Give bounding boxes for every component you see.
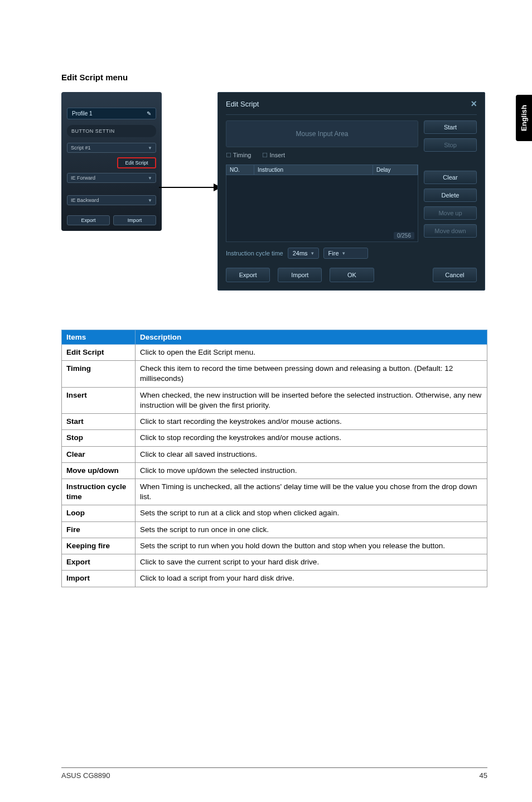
ok-button[interactable]: OK bbox=[330, 268, 374, 282]
script-selector[interactable]: Script #1 ▼ bbox=[67, 143, 156, 153]
panel-export-button[interactable]: Export bbox=[67, 215, 110, 225]
table-row: ImportClick to load a script from your h… bbox=[62, 571, 487, 587]
desc-cell: Click to open the Edit Script menu. bbox=[136, 345, 487, 361]
dialog-export-button[interactable]: Export bbox=[226, 268, 270, 282]
panel-import-button[interactable]: Import bbox=[113, 215, 156, 225]
desc-cell: When Timing is unchecked, all the action… bbox=[136, 479, 487, 505]
section-heading: Edit Script menu bbox=[61, 73, 487, 82]
table-row: ClearClick to clear all saved instructio… bbox=[62, 446, 487, 462]
col-instruction-header: Instruction bbox=[254, 165, 373, 175]
edit-script-dialog: Edit Script × Mouse Input Area Timing In… bbox=[217, 92, 485, 291]
callout-arrow bbox=[159, 187, 220, 188]
th-items: Items bbox=[62, 330, 136, 345]
item-cell: Import bbox=[62, 571, 136, 587]
table-row: StopClick to stop recording the keystrok… bbox=[62, 430, 487, 446]
profile-label: Profile 1 bbox=[72, 110, 93, 117]
move-down-button[interactable]: Move down bbox=[424, 224, 477, 238]
insert-checkbox[interactable]: Insert bbox=[262, 152, 285, 159]
cycle-time-dropdown[interactable]: 24ms bbox=[288, 248, 319, 259]
script-selector-label: Script #1 bbox=[71, 145, 91, 151]
footer-model: ASUS CG8890 bbox=[61, 771, 110, 780]
desc-cell: Sets the script to run when you hold dow… bbox=[136, 538, 487, 554]
fire-mode-dropdown[interactable]: Fire bbox=[323, 248, 368, 259]
instruction-list-header: NO. Instruction Delay bbox=[226, 165, 418, 175]
cycle-time-label: Instruction cycle time bbox=[226, 250, 283, 257]
item-cell: Loop bbox=[62, 505, 136, 521]
start-button[interactable]: Start bbox=[424, 120, 477, 134]
edit-icon[interactable]: ✎ bbox=[147, 110, 151, 117]
button-settings-header: BUTTON SETTIN bbox=[67, 125, 156, 137]
desc-cell: Check this item to record the time betwe… bbox=[136, 361, 487, 387]
ie-backward-label: IE Backward bbox=[71, 197, 99, 203]
th-description: Description bbox=[136, 330, 487, 345]
timing-checkbox[interactable]: Timing bbox=[226, 152, 251, 159]
desc-cell: When checked, the new instruction will b… bbox=[136, 387, 487, 413]
item-cell: Stop bbox=[62, 430, 136, 446]
edit-script-button[interactable]: Edit Script bbox=[117, 157, 156, 168]
item-cell: Start bbox=[62, 414, 136, 430]
close-icon[interactable]: × bbox=[471, 98, 477, 110]
mouse-input-area[interactable]: Mouse Input Area bbox=[226, 120, 418, 147]
table-row: InsertWhen checked, the new instruction … bbox=[62, 387, 487, 413]
footer-page-number: 45 bbox=[480, 771, 487, 780]
col-no-header: NO. bbox=[226, 165, 254, 175]
stop-button[interactable]: Stop bbox=[424, 138, 477, 152]
move-up-button[interactable]: Move up bbox=[424, 206, 477, 220]
table-row: Edit ScriptClick to open the Edit Script… bbox=[62, 345, 487, 361]
instruction-counter: 0/256 bbox=[394, 232, 414, 239]
desc-cell: Click to stop recording the keystrokes a… bbox=[136, 430, 487, 446]
clear-button[interactable]: Clear bbox=[424, 171, 477, 184]
desc-cell: Click to save the current script to your… bbox=[136, 554, 487, 571]
page-footer: ASUS CG8890 45 bbox=[61, 767, 487, 780]
item-cell: Export bbox=[62, 554, 136, 571]
table-row: ExportClick to save the current script t… bbox=[62, 554, 487, 571]
item-cell: Timing bbox=[62, 361, 136, 387]
dialog-import-button[interactable]: Import bbox=[278, 268, 322, 282]
table-row: LoopSets the script to run at a click an… bbox=[62, 505, 487, 521]
dialog-title: Edit Script bbox=[226, 100, 259, 108]
table-row: Keeping fireSets the script to run when … bbox=[62, 538, 487, 554]
item-cell: Clear bbox=[62, 446, 136, 462]
chevron-down-icon: ▼ bbox=[148, 176, 152, 181]
table-row: FireSets the script to run once in one c… bbox=[62, 521, 487, 538]
table-row: Instruction cycle timeWhen Timing is unc… bbox=[62, 479, 487, 505]
screenshot-composite: Profile 1 ✎ BUTTON SETTIN Script #1 ▼ Ed… bbox=[61, 92, 487, 291]
desc-cell: Sets the script to run at a click and st… bbox=[136, 505, 487, 521]
ie-forward-label: IE Forward bbox=[71, 175, 95, 181]
chevron-down-icon: ▼ bbox=[148, 146, 152, 151]
desc-cell: Click to start recording the keystrokes … bbox=[136, 414, 487, 430]
item-cell: Keeping fire bbox=[62, 538, 136, 554]
col-delay-header: Delay bbox=[373, 165, 418, 175]
ie-backward-selector[interactable]: IE Backward ▼ bbox=[67, 195, 156, 205]
delete-button[interactable]: Delete bbox=[424, 189, 477, 202]
table-row: Move up/downClick to move up/down the se… bbox=[62, 462, 487, 479]
cancel-button[interactable]: Cancel bbox=[433, 268, 477, 282]
table-row: TimingCheck this item to record the time… bbox=[62, 361, 487, 387]
desc-cell: Click to move up/down the selected instr… bbox=[136, 462, 487, 479]
table-row: StartClick to start recording the keystr… bbox=[62, 414, 487, 430]
item-cell: Instruction cycle time bbox=[62, 479, 136, 505]
profile-selector[interactable]: Profile 1 ✎ bbox=[67, 108, 156, 119]
desc-cell: Sets the script to run once in one click… bbox=[136, 521, 487, 538]
chevron-down-icon: ▼ bbox=[148, 198, 152, 203]
instruction-list[interactable]: 0/256 bbox=[226, 175, 418, 242]
desc-cell: Click to clear all saved instructions. bbox=[136, 446, 487, 462]
item-cell: Edit Script bbox=[62, 345, 136, 361]
description-table: Items Description Edit ScriptClick to op… bbox=[61, 330, 487, 587]
desc-cell: Click to load a script from your hard di… bbox=[136, 571, 487, 587]
language-tab: English bbox=[516, 95, 532, 141]
settings-panel: Profile 1 ✎ BUTTON SETTIN Script #1 ▼ Ed… bbox=[61, 92, 162, 231]
item-cell: Fire bbox=[62, 521, 136, 538]
item-cell: Insert bbox=[62, 387, 136, 413]
ie-forward-selector[interactable]: IE Forward ▼ bbox=[67, 173, 156, 183]
item-cell: Move up/down bbox=[62, 462, 136, 479]
